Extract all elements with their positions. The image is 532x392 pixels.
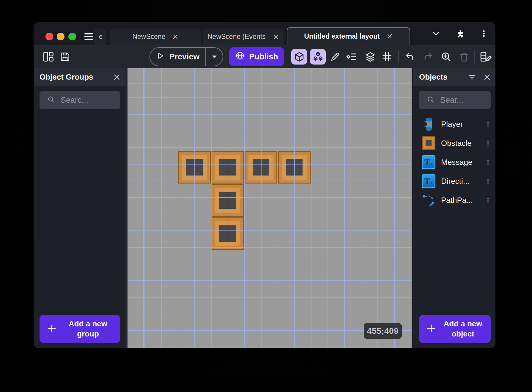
tab-bar-actions — [432, 22, 495, 45]
tab-bar: eNewSceneNewScene (Events)Untitled exter… — [34, 22, 495, 45]
redo-icon[interactable] — [423, 51, 434, 62]
toolbar-divider — [398, 50, 399, 63]
search-icon — [427, 96, 435, 105]
object-list-item[interactable]: TxDirecti... — [413, 172, 495, 191]
object-menu-icon[interactable] — [485, 196, 491, 204]
window-minimize-button[interactable] — [57, 33, 64, 40]
object-label: Message — [441, 158, 479, 167]
tab-close-icon[interactable] — [172, 34, 179, 40]
object-menu-icon[interactable] — [485, 139, 491, 147]
tab-partial[interactable]: e — [95, 29, 106, 45]
publish-button[interactable]: Publish — [229, 47, 284, 66]
tab[interactable]: NewScene — [110, 29, 201, 45]
player-icon — [421, 117, 436, 131]
obstacle-instance[interactable] — [211, 217, 244, 250]
object-groups-list — [34, 115, 125, 348]
canvas-grid-overlay — [128, 68, 412, 348]
objects-tool-cube-icon[interactable] — [291, 49, 307, 65]
pencil-edit-icon[interactable] — [330, 51, 341, 62]
add-object-button-label: Add a new object — [438, 319, 488, 339]
toolbar: Preview Publish — [34, 45, 495, 68]
tab-label: Untitled external layout — [304, 32, 380, 40]
object-menu-icon[interactable] — [485, 120, 491, 128]
plus-icon — [427, 324, 436, 334]
edit-scene-icon[interactable] — [479, 50, 492, 63]
window-zoom-button[interactable] — [68, 33, 76, 40]
undo-icon[interactable] — [404, 51, 415, 62]
cursor-coordinates-value: 455;409 — [367, 326, 399, 336]
object-label: Player — [441, 120, 479, 129]
object-label: PathPa... — [441, 196, 479, 205]
object-groups-title: Object Groups — [40, 72, 106, 82]
obstacle-instance[interactable] — [211, 184, 244, 217]
panel-divider — [125, 68, 128, 348]
object-menu-icon[interactable] — [485, 158, 491, 166]
publish-button-label: Publish — [249, 52, 278, 61]
object-list-item[interactable]: TxMessage — [413, 153, 495, 172]
instances-list-icon[interactable] — [346, 51, 358, 63]
scene-canvas[interactable]: 455;409 — [128, 68, 412, 348]
home-dashboard-icon[interactable] — [42, 50, 55, 63]
chevron-down-icon[interactable] — [432, 29, 440, 38]
object-label: Obstacle — [441, 139, 479, 148]
grid-icon[interactable] — [381, 51, 393, 62]
object-groups-search-input[interactable] — [60, 95, 116, 105]
object-list-item[interactable]: Player — [413, 115, 495, 134]
menu-icon[interactable] — [84, 33, 94, 40]
extensions-puzzle-icon[interactable] — [456, 29, 465, 38]
objects-list: PlayerObstacleTxMessageTxDirecti...PathP… — [413, 115, 495, 348]
save-icon[interactable] — [59, 51, 71, 62]
objects-search[interactable] — [419, 91, 491, 109]
add-object-button[interactable]: Add a new object — [419, 315, 491, 343]
object-groups-search[interactable] — [40, 91, 120, 109]
cursor-coordinates-badge: 455;409 — [364, 323, 402, 339]
object-groups-header: Object Groups — [34, 68, 125, 86]
obstacle-icon — [421, 136, 436, 150]
close-icon[interactable] — [484, 74, 491, 81]
objects-header: Objects — [413, 68, 495, 86]
zoom-in-icon[interactable] — [440, 51, 452, 62]
object-list-item[interactable]: PathPa... — [413, 191, 495, 210]
add-group-button-label: Add a new group — [59, 319, 117, 339]
tab-label: NewScene — [132, 33, 165, 41]
play-icon — [156, 51, 165, 62]
preview-button-label: Preview — [169, 52, 199, 61]
tab[interactable]: Untitled external layout — [287, 27, 410, 45]
filter-icon[interactable] — [468, 73, 476, 81]
tab[interactable]: NewScene (Events) — [203, 29, 284, 45]
globe-icon — [235, 51, 245, 63]
obstacle-instance[interactable] — [211, 151, 244, 184]
obstacle-instance[interactable] — [278, 151, 311, 184]
object-groups-panel: Object Groups Add a new group — [34, 68, 125, 348]
path-icon — [421, 193, 436, 207]
text-object-icon: Tx — [421, 174, 436, 188]
window-close-button[interactable] — [45, 33, 53, 40]
tab-close-icon[interactable] — [273, 34, 279, 40]
toolbar-divider — [474, 50, 475, 63]
tab-close-icon[interactable] — [386, 33, 393, 39]
close-icon[interactable] — [113, 74, 120, 81]
object-menu-icon[interactable] — [485, 177, 491, 185]
text-object-icon: Tx — [421, 155, 436, 169]
add-group-button[interactable]: Add a new group — [40, 315, 120, 343]
object-list-item[interactable]: Obstacle — [413, 134, 495, 153]
obstacle-instance[interactable] — [178, 151, 211, 184]
app-window: eNewSceneNewScene (Events)Untitled exter… — [34, 22, 495, 348]
search-icon — [47, 96, 55, 105]
layers-icon[interactable] — [365, 51, 376, 62]
object-label: Directi... — [441, 177, 479, 186]
obstacle-instance[interactable] — [245, 151, 277, 184]
instances-tool-cubes-icon[interactable] — [310, 49, 326, 65]
tab-label: e — [99, 33, 102, 41]
tab-label: NewScene (Events) — [207, 33, 266, 41]
objects-search-input[interactable] — [440, 95, 487, 105]
plus-icon — [47, 324, 56, 334]
trash-icon[interactable] — [459, 51, 470, 62]
preview-button[interactable]: Preview — [149, 47, 223, 66]
main-content: Object Groups Add a new group — [34, 68, 495, 348]
objects-title: Objects — [419, 72, 460, 82]
objects-panel: Objects PlayerObstacleTxMessageTxDirecti… — [413, 68, 495, 348]
more-options-icon[interactable] — [480, 29, 488, 38]
preview-options-caret[interactable] — [205, 48, 223, 66]
